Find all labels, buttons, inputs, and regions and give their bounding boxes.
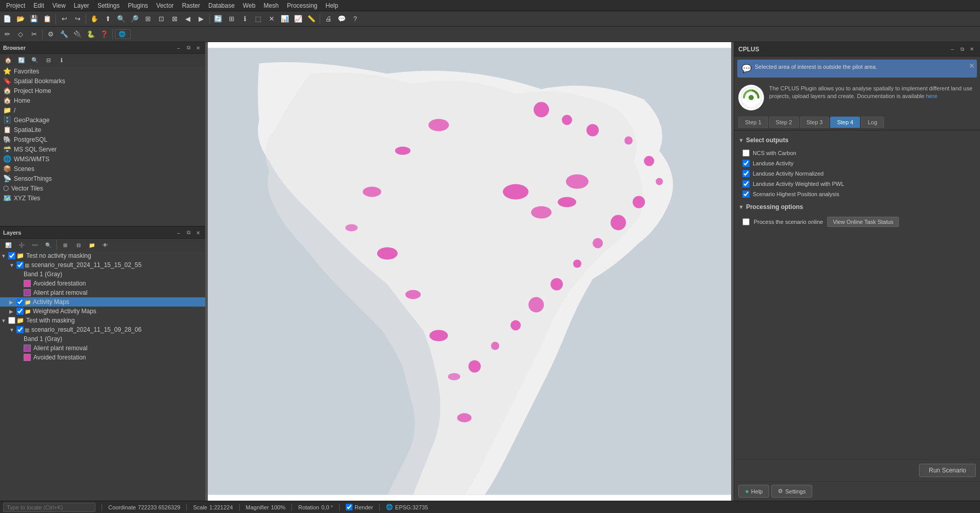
cplus-minimize-btn[interactable]: – xyxy=(948,45,956,53)
browser-collapse-icon[interactable]: ⊟ xyxy=(42,54,54,66)
select-outputs-header[interactable]: ▼ Select outputs xyxy=(738,137,976,144)
zoom-layer-btn[interactable]: ⊡ xyxy=(155,13,167,25)
python-btn[interactable]: 🐍 xyxy=(85,28,97,41)
zoom-in-btn[interactable]: 🔍 xyxy=(115,13,127,25)
zoom-next-btn[interactable]: ▶ xyxy=(195,13,207,25)
annotation-btn[interactable]: 💬 xyxy=(336,13,348,25)
deselect-btn[interactable]: ✕ xyxy=(265,13,278,25)
output-ncs-checkbox[interactable] xyxy=(742,149,750,157)
layer-avoided-forestation-1[interactable]: Avoided forestation xyxy=(0,279,205,288)
menu-mesh[interactable]: Mesh xyxy=(260,1,283,10)
menu-web[interactable]: Web xyxy=(239,1,259,10)
layer-activity-maps[interactable]: ▶ 📁 Activity Maps xyxy=(0,297,205,307)
layers-expand-btn[interactable]: ⊞ xyxy=(59,239,71,251)
browser-close-btn[interactable]: ✕ xyxy=(194,44,202,52)
menu-vector[interactable]: Vector xyxy=(152,1,178,10)
browser-item-spatialite[interactable]: 📋 SpatiaLite xyxy=(0,125,205,135)
layers-filter-btn[interactable]: 🔍 xyxy=(42,239,54,251)
cplus-close-btn[interactable]: ✕ xyxy=(968,45,976,53)
layer-group-checkbox[interactable] xyxy=(8,317,15,324)
browser-refresh-icon[interactable]: 🔄 xyxy=(15,54,28,66)
zoom-out-btn[interactable]: 🔎 xyxy=(128,13,141,25)
layers-remove-btn[interactable]: ➖ xyxy=(29,239,41,251)
layers-vis-btn[interactable]: 👁 xyxy=(99,239,111,251)
layer-alien-plant-1[interactable]: Alient plant removal xyxy=(0,288,205,297)
menu-raster[interactable]: Raster xyxy=(178,1,204,10)
undo-btn[interactable]: ↩ xyxy=(58,13,70,25)
view-online-status-btn[interactable]: View Online Task Status xyxy=(827,217,899,227)
browser-item-sensorthings[interactable]: 📡 SensorThings xyxy=(0,174,205,183)
browser-item-wms[interactable]: 🌐 WMS/WMTS xyxy=(0,154,205,164)
select-btn[interactable]: ⬚ xyxy=(252,13,264,25)
layers-add-btn[interactable]: ➕ xyxy=(15,239,28,251)
layers-open-attr-btn[interactable]: 📊 xyxy=(2,239,14,251)
layer-scenario-result-2[interactable]: ▼ ▦ scenario_result_2024_11_15_09_28_06 xyxy=(0,325,205,334)
output-scenario-checkbox[interactable] xyxy=(742,191,750,198)
cplus-float-btn[interactable]: ⧉ xyxy=(958,45,966,53)
tab-step3[interactable]: Step 3 xyxy=(800,117,830,128)
layer-group-checkbox[interactable] xyxy=(8,252,15,259)
browser-item-xyz-tiles[interactable]: 🗺️ XYZ Tiles xyxy=(0,193,205,203)
menu-project[interactable]: Project xyxy=(2,1,29,10)
save-as-btn[interactable]: 📋 xyxy=(41,13,53,25)
attr-table-btn[interactable]: 📊 xyxy=(279,13,291,25)
processing-options-header[interactable]: ▼ Processing options xyxy=(738,203,976,211)
split-btn[interactable]: ✂ xyxy=(28,28,40,41)
tooltip-btn[interactable]: ? xyxy=(349,13,361,25)
menu-edit[interactable]: Edit xyxy=(29,1,48,10)
measure-btn[interactable]: 📏 xyxy=(305,13,318,25)
stats-btn[interactable]: 📈 xyxy=(292,13,304,25)
zoom-full-btn[interactable]: ⊞ xyxy=(142,13,154,25)
tab-step2[interactable]: Step 2 xyxy=(769,117,799,128)
pan-btn[interactable]: ✋ xyxy=(88,13,101,25)
run-scenario-btn[interactable]: Run Scenario xyxy=(919,464,976,477)
redo-btn[interactable]: ↪ xyxy=(71,13,84,25)
tab-step4[interactable]: Step 4 xyxy=(830,117,860,128)
tile-btn[interactable]: ⊞ xyxy=(225,13,238,25)
process-online-checkbox[interactable] xyxy=(742,218,750,225)
layer-checkbox[interactable] xyxy=(16,261,24,269)
help-btn[interactable]: ● Help xyxy=(738,485,769,498)
open-project-btn[interactable]: 📂 xyxy=(14,13,27,25)
layers-group-btn[interactable]: 📁 xyxy=(86,239,98,251)
menu-view[interactable]: View xyxy=(48,1,70,10)
layer-avoided-forestation-2[interactable]: Avoided forestation xyxy=(0,353,205,362)
output-landuse-checkbox[interactable] xyxy=(742,160,750,167)
locator-btn[interactable]: 🌐 xyxy=(115,29,131,39)
output-normalized-checkbox[interactable] xyxy=(742,170,750,177)
print-btn[interactable]: 🖨 xyxy=(322,13,335,25)
identify-btn[interactable]: ℹ xyxy=(239,13,251,25)
layer-group-test-with-masking[interactable]: ▼ 📁 Test with masking xyxy=(0,316,205,325)
plugin2-btn[interactable]: 🔧 xyxy=(58,28,70,41)
alert-close-btn[interactable]: ✕ xyxy=(969,62,975,70)
refresh-btn[interactable]: 🔄 xyxy=(212,13,224,25)
menu-settings[interactable]: Settings xyxy=(93,1,124,10)
browser-home-icon[interactable]: 🏠 xyxy=(2,54,14,66)
plugin3-btn[interactable]: 🔌 xyxy=(71,28,84,41)
layer-checkbox[interactable] xyxy=(16,308,24,315)
edit-vertex-btn[interactable]: ◇ xyxy=(14,28,27,41)
layers-close-btn[interactable]: ✕ xyxy=(194,229,202,237)
map-area[interactable] xyxy=(208,42,731,501)
zoom-selection-btn[interactable]: ⊠ xyxy=(168,13,181,25)
layer-band-gray-2[interactable]: Band 1 (Gray) xyxy=(0,334,205,344)
save-project-btn[interactable]: 💾 xyxy=(28,13,40,25)
zoom-prev-btn[interactable]: ◀ xyxy=(182,13,194,25)
browser-item-favorites[interactable]: ⭐ Favorites xyxy=(0,66,205,76)
browser-properties-icon[interactable]: ℹ xyxy=(55,54,68,66)
tab-step1[interactable]: Step 1 xyxy=(738,117,768,128)
render-checkbox[interactable] xyxy=(346,504,352,510)
help-tb-btn[interactable]: ❓ xyxy=(98,28,110,41)
layer-group-test-no-masking[interactable]: ▼ 📁 Test no activity masking xyxy=(0,251,205,260)
locator-input[interactable] xyxy=(3,503,95,512)
layer-weighted-activity-maps[interactable]: ▶ 📁 Weighted Activity Maps xyxy=(0,307,205,316)
menu-database[interactable]: Database xyxy=(204,1,239,10)
layer-scenario-result-1[interactable]: ▼ ▦ scenario_result_2024_11_15_15_02_55 xyxy=(0,260,205,270)
browser-item-project-home[interactable]: 🏠 Project Home xyxy=(0,86,205,96)
tab-log[interactable]: Log xyxy=(861,117,884,128)
menu-layer[interactable]: Layer xyxy=(70,1,93,10)
browser-item-postgresql[interactable]: 🐘 PostgreSQL xyxy=(0,135,205,144)
browser-item-mssql[interactable]: 🗃️ MS SQL Server xyxy=(0,144,205,154)
layers-float-btn[interactable]: ⧉ xyxy=(184,229,192,237)
digitize-btn[interactable]: ✏ xyxy=(1,28,13,41)
